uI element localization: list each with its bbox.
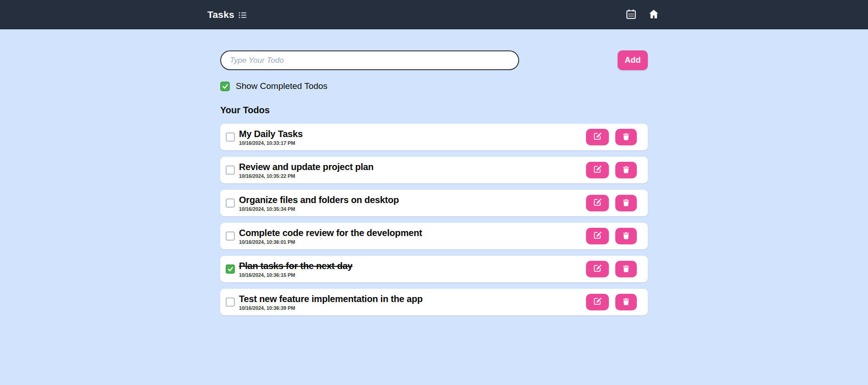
todo-timestamp: 10/16/2024, 10:36:39 PM [239, 305, 586, 311]
todo-text: Review and update project plan 10/16/202… [239, 161, 586, 179]
calendar-days-icon [625, 8, 637, 22]
delete-todo-button[interactable] [615, 162, 637, 178]
delete-todo-button[interactable] [615, 261, 637, 277]
todo-composer: Add [220, 50, 648, 70]
trash-icon [623, 232, 629, 241]
todo-title: Test new feature implementation in the a… [239, 294, 586, 304]
delete-todo-button[interactable] [615, 228, 637, 244]
todo-timestamp: 10/16/2024, 10:35:34 PM [239, 206, 586, 212]
show-completed-row: Show Completed Todos [220, 81, 648, 91]
todo-timestamp: 10/16/2024, 10:36:15 PM [239, 272, 586, 278]
show-completed-checkbox[interactable] [220, 82, 230, 91]
home-icon [648, 8, 660, 22]
trash-icon [623, 199, 629, 208]
trash-icon [623, 298, 629, 307]
todo-checkbox[interactable] [226, 297, 235, 307]
todo-title: Organize files and folders on desktop [239, 195, 586, 205]
home-button[interactable] [647, 7, 661, 22]
todo-item: Organize files and folders on desktop 10… [220, 190, 648, 216]
add-todo-button[interactable]: Add [618, 50, 648, 70]
todo-checkbox[interactable] [226, 231, 235, 241]
edit-todo-button[interactable] [586, 294, 609, 310]
todo-list: My Daily Tasks 10/16/2024, 10:33:17 PM [220, 124, 648, 315]
main-content: Add Show Completed Todos Your Todos My D… [220, 50, 648, 315]
todo-item: Review and update project plan 10/16/202… [220, 157, 648, 183]
todo-actions [586, 195, 637, 211]
todo-text: Plan tasks for the next day 10/16/2024, … [239, 260, 586, 278]
todo-item: Plan tasks for the next day 10/16/2024, … [220, 256, 648, 282]
delete-todo-button[interactable] [615, 294, 637, 310]
todo-actions [586, 228, 637, 244]
todo-text: Complete code review for the development… [239, 227, 586, 245]
app-brand: Tasks [207, 9, 247, 20]
trash-icon [623, 265, 629, 274]
app-header: Tasks [0, 0, 868, 29]
todo-actions [586, 261, 637, 277]
todo-title: Plan tasks for the next day [239, 261, 586, 271]
todo-item: Complete code review for the development… [220, 223, 648, 249]
show-completed-label[interactable]: Show Completed Todos [236, 81, 327, 91]
todo-text: Test new feature implementation in the a… [239, 293, 586, 311]
todo-actions [586, 162, 637, 178]
edit-todo-button[interactable] [586, 228, 609, 244]
header-inner: Tasks [207, 0, 661, 29]
todo-timestamp: 10/16/2024, 10:35:22 PM [239, 173, 586, 179]
todo-timestamp: 10/16/2024, 10:36:01 PM [239, 239, 586, 245]
todo-text: My Daily Tasks 10/16/2024, 10:33:17 PM [239, 128, 586, 146]
todo-list-heading: Your Todos [220, 105, 648, 116]
delete-todo-button[interactable] [615, 195, 637, 211]
todo-actions [586, 294, 637, 310]
edit-icon [594, 231, 602, 241]
todo-checkbox[interactable] [226, 132, 235, 142]
list-ul-icon [239, 11, 247, 19]
todo-text: Organize files and folders on desktop 10… [239, 194, 586, 212]
edit-todo-button[interactable] [586, 162, 609, 178]
calendar-button[interactable] [624, 7, 638, 22]
edit-icon [594, 198, 602, 208]
todo-checkbox[interactable] [226, 198, 235, 208]
todo-title: My Daily Tasks [239, 129, 586, 139]
todo-checkbox[interactable] [226, 264, 235, 274]
todo-title: Review and update project plan [239, 162, 586, 172]
edit-todo-button[interactable] [586, 261, 609, 277]
todo-item: My Daily Tasks 10/16/2024, 10:33:17 PM [220, 124, 648, 150]
todo-actions [586, 129, 637, 145]
todo-item: Test new feature implementation in the a… [220, 289, 648, 315]
trash-icon [623, 133, 629, 142]
edit-icon [594, 264, 602, 274]
header-actions [624, 7, 661, 22]
todo-title: Complete code review for the development [239, 228, 586, 238]
todo-input[interactable] [220, 50, 519, 70]
edit-icon [594, 165, 602, 175]
edit-todo-button[interactable] [586, 195, 609, 211]
edit-icon [594, 132, 602, 142]
delete-todo-button[interactable] [615, 129, 637, 145]
trash-icon [623, 166, 629, 175]
edit-todo-button[interactable] [586, 129, 609, 145]
app-title: Tasks [207, 9, 234, 20]
edit-icon [594, 297, 602, 307]
todo-timestamp: 10/16/2024, 10:33:17 PM [239, 140, 586, 146]
todo-checkbox[interactable] [226, 165, 235, 175]
